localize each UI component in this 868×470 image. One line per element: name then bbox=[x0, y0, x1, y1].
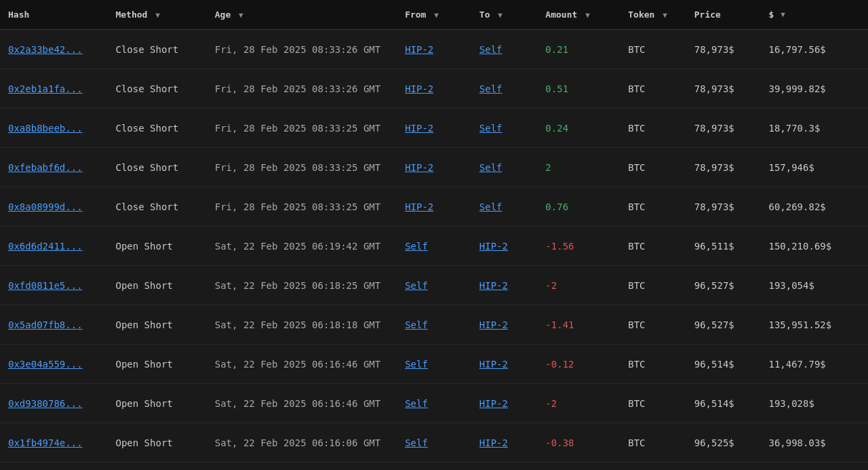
method-cell: Open Short bbox=[107, 423, 206, 463]
price-cell: 96,525$ bbox=[686, 423, 761, 463]
dollar-cell: 18,770.3$ bbox=[760, 109, 868, 148]
price-cell: 96,527$ bbox=[686, 305, 761, 345]
to-link[interactable]: Self bbox=[479, 162, 502, 173]
amount-filter-icon[interactable]: ▼ bbox=[585, 11, 590, 20]
hash-link[interactable]: 0x6d6d2411... bbox=[8, 241, 83, 252]
table-row: 0xd9380786...Open ShortSat, 22 Feb 2025 … bbox=[0, 384, 868, 423]
token-cell: BTC bbox=[620, 423, 686, 463]
price-cell: 78,973$ bbox=[686, 148, 761, 187]
from-link[interactable]: Self bbox=[405, 241, 428, 252]
hash-link[interactable]: 0xfd0811e5... bbox=[8, 280, 83, 291]
token-cell: BTC bbox=[620, 187, 686, 227]
amount-cell: 0.76 bbox=[537, 187, 620, 227]
transactions-table: Hash Method ▼ Age ▼ From ▼ To ▼ Amount ▼ bbox=[0, 0, 868, 463]
hash-link[interactable]: 0x5ad07fb8... bbox=[8, 319, 83, 330]
token-cell: BTC bbox=[620, 345, 686, 384]
to-link[interactable]: Self bbox=[479, 83, 502, 94]
to-link[interactable]: HIP-2 bbox=[479, 241, 508, 252]
from-link[interactable]: Self bbox=[405, 319, 428, 330]
dollar-cell: 157,946$ bbox=[760, 148, 868, 187]
dollar-cell: 36,998.03$ bbox=[760, 423, 868, 463]
dollar-cell: 193,054$ bbox=[760, 266, 868, 305]
hash-link[interactable]: 0x1fb4974e... bbox=[8, 437, 83, 448]
token-cell: BTC bbox=[620, 266, 686, 305]
price-cell: 96,514$ bbox=[686, 345, 761, 384]
method-cell: Close Short bbox=[107, 148, 206, 187]
from-link[interactable]: HIP-2 bbox=[405, 201, 433, 212]
price-cell: 96,511$ bbox=[686, 227, 761, 266]
amount-cell: 0.21 bbox=[537, 30, 620, 69]
hash-link[interactable]: 0x3e04a559... bbox=[8, 359, 83, 370]
amount-cell: 0.24 bbox=[537, 109, 620, 148]
price-cell: 78,973$ bbox=[686, 30, 761, 69]
token-filter-icon[interactable]: ▼ bbox=[663, 11, 667, 20]
col-header-price: Price bbox=[686, 0, 761, 30]
col-header-dollar: $ ▼ bbox=[760, 0, 868, 30]
to-link[interactable]: HIP-2 bbox=[479, 280, 508, 291]
age-filter-icon[interactable]: ▼ bbox=[239, 11, 243, 20]
token-cell: BTC bbox=[620, 384, 686, 423]
token-cell: BTC bbox=[620, 148, 686, 187]
amount-cell: 0.51 bbox=[537, 69, 620, 109]
age-cell: Sat, 22 Feb 2025 06:16:06 GMT bbox=[207, 423, 397, 463]
to-link[interactable]: Self bbox=[479, 44, 502, 55]
amount-cell: -1.56 bbox=[537, 227, 620, 266]
age-cell: Fri, 28 Feb 2025 08:33:25 GMT bbox=[207, 109, 397, 148]
table-row: 0x3e04a559...Open ShortSat, 22 Feb 2025 … bbox=[0, 345, 868, 384]
to-link[interactable]: Self bbox=[479, 201, 502, 212]
hash-link[interactable]: 0x8a08999d... bbox=[8, 201, 83, 212]
col-header-method: Method ▼ bbox=[107, 0, 206, 30]
col-header-hash: Hash bbox=[0, 0, 107, 30]
method-cell: Open Short bbox=[107, 345, 206, 384]
method-filter-icon[interactable]: ▼ bbox=[155, 11, 160, 20]
token-cell: BTC bbox=[620, 305, 686, 345]
method-cell: Open Short bbox=[107, 227, 206, 266]
to-filter-icon[interactable]: ▼ bbox=[498, 11, 502, 20]
table-row: 0x8a08999d...Close ShortFri, 28 Feb 2025… bbox=[0, 187, 868, 227]
dollar-filter-icon[interactable]: ▼ bbox=[781, 10, 785, 19]
age-cell: Sat, 22 Feb 2025 06:16:46 GMT bbox=[207, 345, 397, 384]
from-link[interactable]: Self bbox=[405, 437, 428, 448]
age-cell: Sat, 22 Feb 2025 06:18:18 GMT bbox=[207, 305, 397, 345]
to-link[interactable]: HIP-2 bbox=[479, 437, 508, 448]
method-cell: Close Short bbox=[107, 69, 206, 109]
dollar-cell: 39,999.82$ bbox=[760, 69, 868, 109]
hash-link[interactable]: 0xfebabf6d... bbox=[8, 162, 83, 173]
method-cell: Open Short bbox=[107, 384, 206, 423]
amount-cell: -2 bbox=[537, 384, 620, 423]
hash-link[interactable]: 0x2a33be42... bbox=[8, 44, 83, 55]
to-link[interactable]: Self bbox=[479, 123, 502, 134]
hash-link[interactable]: 0xd9380786... bbox=[8, 398, 83, 409]
table-row: 0x5ad07fb8...Open ShortSat, 22 Feb 2025 … bbox=[0, 305, 868, 345]
from-filter-icon[interactable]: ▼ bbox=[434, 11, 439, 20]
amount-cell: -0.38 bbox=[537, 423, 620, 463]
age-cell: Sat, 22 Feb 2025 06:16:46 GMT bbox=[207, 384, 397, 423]
hash-link[interactable]: 0x2eb1a1fa... bbox=[8, 83, 83, 94]
dollar-cell: 60,269.82$ bbox=[760, 187, 868, 227]
col-header-from: From ▼ bbox=[397, 0, 471, 30]
from-link[interactable]: HIP-2 bbox=[405, 44, 433, 55]
price-cell: 78,973$ bbox=[686, 69, 761, 109]
token-cell: BTC bbox=[620, 227, 686, 266]
age-cell: Fri, 28 Feb 2025 08:33:26 GMT bbox=[207, 30, 397, 69]
from-link[interactable]: HIP-2 bbox=[405, 83, 433, 94]
from-link[interactable]: Self bbox=[405, 280, 428, 291]
method-cell: Close Short bbox=[107, 109, 206, 148]
from-link[interactable]: HIP-2 bbox=[405, 123, 433, 134]
from-link[interactable]: Self bbox=[405, 398, 428, 409]
to-link[interactable]: HIP-2 bbox=[479, 359, 508, 370]
table-row: 0xfd0811e5...Open ShortSat, 22 Feb 2025 … bbox=[0, 266, 868, 305]
from-link[interactable]: Self bbox=[405, 359, 428, 370]
from-link[interactable]: HIP-2 bbox=[405, 162, 433, 173]
price-cell: 96,527$ bbox=[686, 266, 761, 305]
to-link[interactable]: HIP-2 bbox=[479, 319, 508, 330]
table-header-row: Hash Method ▼ Age ▼ From ▼ To ▼ Amount ▼ bbox=[0, 0, 868, 30]
to-link[interactable]: HIP-2 bbox=[479, 398, 508, 409]
dollar-cell: 135,951.52$ bbox=[760, 305, 868, 345]
amount-cell: 2 bbox=[537, 148, 620, 187]
price-cell: 96,514$ bbox=[686, 384, 761, 423]
table-row: 0xfebabf6d...Close ShortFri, 28 Feb 2025… bbox=[0, 148, 868, 187]
age-cell: Fri, 28 Feb 2025 08:33:25 GMT bbox=[207, 187, 397, 227]
hash-link[interactable]: 0xa8b8beeb... bbox=[8, 123, 83, 134]
col-header-to: To ▼ bbox=[471, 0, 538, 30]
